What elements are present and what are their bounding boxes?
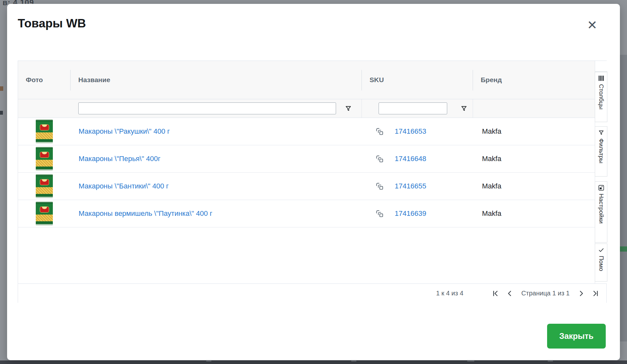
product-brand: Makfa bbox=[482, 155, 501, 163]
grid-area: Фото Название SKU Бренд bbox=[18, 61, 595, 283]
close-icon[interactable]: ✕ bbox=[584, 17, 600, 33]
product-brand: Makfa bbox=[482, 182, 501, 190]
product-image bbox=[36, 202, 53, 225]
columns-icon bbox=[598, 75, 604, 81]
name-filter-cell bbox=[71, 99, 362, 118]
product-name-link[interactable]: Макароны вермишель \"Паутинка\" 400 г bbox=[79, 209, 212, 218]
products-modal: Товары WB ✕ Фото Название SKU bbox=[7, 4, 620, 360]
product-name-cell: Макароны \"Ракушки\" 400 г bbox=[71, 118, 362, 145]
sku-filter-menu-icon[interactable] bbox=[459, 104, 469, 113]
product-image bbox=[36, 174, 53, 198]
tool-panel-top-box bbox=[595, 61, 607, 72]
table-row[interactable]: Макароны вермишель \"Паутинка\" 400 г 17… bbox=[18, 200, 595, 227]
tab-help[interactable]: Помо bbox=[595, 244, 607, 282]
pagination-bar: 1 к 4 из 4 Страница 1 из 1 bbox=[18, 283, 606, 303]
sku-link-copy-icon[interactable] bbox=[373, 180, 386, 192]
product-photo-cell bbox=[18, 145, 71, 172]
close-button[interactable]: Закрыть bbox=[547, 324, 606, 349]
product-sku-cell: 17416655 bbox=[362, 173, 473, 200]
product-image bbox=[36, 120, 53, 143]
previous-page-button[interactable] bbox=[506, 290, 514, 297]
product-brand-cell: Makfa bbox=[473, 200, 595, 227]
products-table: Фото Название SKU Бренд bbox=[18, 61, 607, 303]
column-header-name: Название bbox=[71, 61, 362, 99]
product-sku-cell: 17416648 bbox=[362, 145, 473, 172]
column-header-label: Фото bbox=[26, 76, 43, 84]
sku-filter-cell bbox=[362, 99, 473, 118]
tab-settings[interactable]: Настройки bbox=[595, 181, 607, 243]
product-sku-link[interactable]: 17416639 bbox=[395, 209, 426, 218]
product-name-cell: Макароны вермишель \"Паутинка\" 400 г bbox=[71, 200, 362, 227]
product-photo-cell bbox=[18, 118, 71, 145]
product-name-link[interactable]: Макароны \"Бантики\" 400 г bbox=[79, 182, 169, 190]
tab-filters[interactable]: Фильтры bbox=[595, 126, 607, 177]
product-name-cell: Макароны \"Перья\" 400г bbox=[71, 145, 362, 172]
tab-label: Настройки bbox=[598, 194, 605, 224]
product-sku-link[interactable]: 17416653 bbox=[395, 127, 426, 136]
name-filter-input[interactable] bbox=[78, 102, 336, 114]
table-row[interactable]: Макароны \"Перья\" 400г 17416648 bbox=[18, 145, 595, 173]
table-row[interactable]: Макароны \"Бантики\" 400 г 17416655 bbox=[18, 173, 595, 200]
product-photo-cell bbox=[18, 200, 71, 227]
product-name-link[interactable]: Макароны \"Ракушки\" 400 г bbox=[79, 127, 170, 136]
sku-link-copy-icon[interactable] bbox=[373, 207, 386, 220]
product-sku-link[interactable]: 17416655 bbox=[395, 182, 426, 190]
sku-filter-input[interactable] bbox=[379, 102, 447, 114]
brand-filter-cell bbox=[473, 99, 595, 118]
product-sku-cell: 17416653 bbox=[362, 118, 473, 145]
sku-link-copy-icon[interactable] bbox=[373, 153, 386, 165]
product-image bbox=[36, 147, 53, 171]
product-brand-cell: Makfa bbox=[473, 118, 595, 145]
table-row[interactable]: Макароны \"Ракушки\" 400 г 17416653 bbox=[18, 118, 595, 145]
sku-link-copy-icon[interactable] bbox=[373, 125, 386, 138]
product-sku-link[interactable]: 17416648 bbox=[395, 155, 426, 163]
page-indicator: Страница 1 из 1 bbox=[521, 290, 570, 297]
product-brand-cell: Makfa bbox=[473, 173, 595, 200]
column-header-photo: Фото bbox=[18, 61, 71, 99]
product-photo-cell bbox=[18, 173, 71, 200]
name-filter-menu-icon[interactable] bbox=[343, 104, 353, 113]
pasta-window bbox=[36, 215, 53, 221]
tab-columns[interactable]: Столбцы bbox=[595, 72, 607, 122]
empty-rows-area bbox=[18, 227, 595, 283]
column-header-sku: SKU bbox=[362, 61, 473, 99]
product-sku-cell: 17416639 bbox=[362, 200, 473, 227]
row-count-summary: 1 к 4 из 4 bbox=[436, 290, 463, 297]
first-page-button[interactable] bbox=[492, 290, 499, 297]
photo-filter-cell bbox=[18, 99, 71, 118]
product-brand-cell: Makfa bbox=[473, 145, 595, 172]
product-name-link[interactable]: Макароны \"Перья\" 400г bbox=[79, 155, 160, 163]
column-header-brand: Бренд bbox=[473, 61, 595, 99]
product-brand: Makfa bbox=[482, 209, 501, 218]
column-header-label: Название bbox=[78, 76, 110, 84]
screen: в: 4 109 Товары WB ✕ Фото Название bbox=[0, 0, 627, 364]
filter-row bbox=[18, 99, 595, 118]
product-name-cell: Макароны \"Бантики\" 400 г bbox=[71, 173, 362, 200]
settings-icon bbox=[598, 185, 604, 191]
pasta-window bbox=[36, 160, 53, 167]
column-header-label: Бренд bbox=[481, 76, 502, 84]
check-icon bbox=[598, 247, 604, 253]
column-header-label: SKU bbox=[370, 76, 384, 84]
table-header-row: Фото Название SKU Бренд bbox=[18, 61, 595, 99]
last-page-button[interactable] bbox=[592, 290, 599, 297]
pasta-window bbox=[36, 132, 53, 139]
tool-panel-strip: Столбцы Фильтры Настройки bbox=[595, 61, 607, 283]
product-brand: Makfa bbox=[482, 127, 501, 136]
tab-label: Фильтры bbox=[598, 139, 605, 163]
tab-label: Столбцы bbox=[598, 84, 605, 110]
filter-icon bbox=[598, 130, 604, 136]
modal-title: Товары WB bbox=[18, 17, 86, 30]
tab-label: Помо bbox=[598, 256, 605, 271]
pasta-window bbox=[36, 187, 53, 194]
next-page-button[interactable] bbox=[577, 290, 585, 297]
